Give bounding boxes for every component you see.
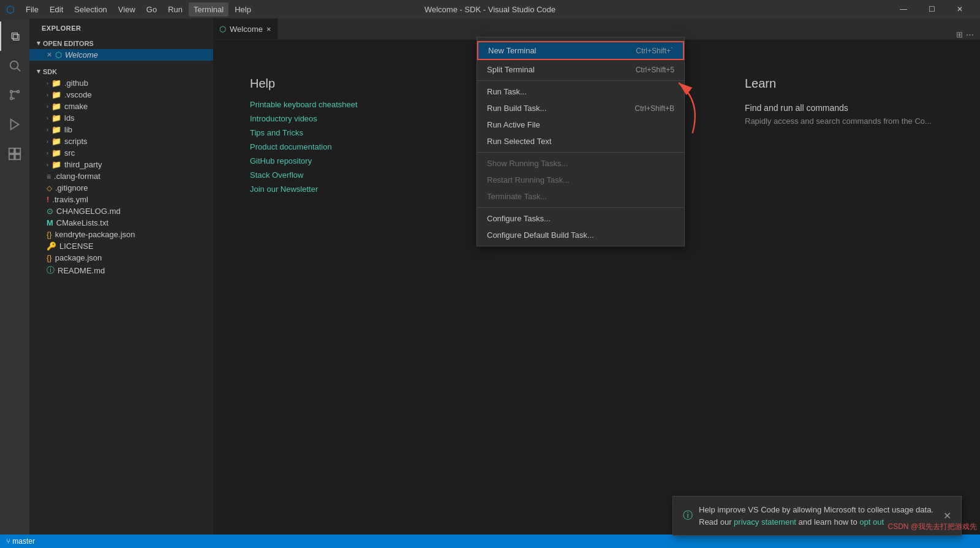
svg-point-3 [17, 91, 20, 93]
maximize-button[interactable]: ☐ [918, 0, 946, 18]
menu-run-task[interactable]: Run Task... [477, 83, 684, 100]
chevron-icon: › [47, 115, 48, 121]
watermark: CSDN @我先去打把游戏先 [888, 522, 977, 532]
menu-go[interactable]: Go [141, 2, 162, 17]
tree-item-vscode[interactable]: › 📁 .vscode [29, 89, 213, 101]
debug-activity-icon[interactable] [0, 110, 29, 139]
sdk-folder-title[interactable]: ▾ SDK [29, 66, 213, 77]
menu-configure-default-build[interactable]: Configure Default Build Task... [477, 227, 684, 243]
tree-item-changelog[interactable]: ⊙ CHANGELOG.md [29, 205, 213, 217]
chevron-icon: › [47, 92, 48, 98]
tree-item-license[interactable]: 🔑 LICENSE [29, 240, 213, 252]
menu-item-label: Configure Tasks... [487, 214, 551, 223]
notification-icon: ⓘ [683, 509, 693, 522]
tree-item-kendryte-package[interactable]: {} kendryte-package.json [29, 229, 213, 240]
svg-rect-6 [9, 148, 14, 153]
status-bar-branch[interactable]: ⑂ master [6, 537, 35, 546]
help-link-docs[interactable]: Product documentation [250, 142, 448, 151]
folder-label: scripts [64, 137, 88, 146]
extensions-activity-icon[interactable] [0, 139, 29, 169]
tab-label: Welcome [230, 25, 263, 34]
menu-new-terminal[interactable]: New Terminal Ctrl+Shift+` [477, 41, 684, 60]
menu-show-running-tasks: Show Running Tasks... [477, 155, 684, 172]
folder-icon: 📁 [51, 125, 61, 134]
tree-item-lib[interactable]: › 📁 lib [29, 124, 213, 135]
svg-rect-8 [9, 154, 14, 159]
menu-view[interactable]: View [113, 2, 140, 17]
svg-line-1 [17, 68, 20, 71]
help-link-videos[interactable]: Introductory videos [250, 114, 448, 123]
menu-file[interactable]: File [21, 2, 43, 17]
menu-selection[interactable]: Selection [69, 2, 111, 17]
tree-item-lds[interactable]: › 📁 lds [29, 112, 213, 124]
menu-edit[interactable]: Edit [45, 2, 68, 17]
help-link-newsletter[interactable]: Join our Newsletter [250, 185, 448, 194]
folder-label: .github [64, 78, 88, 88]
file-label: package.json [55, 253, 102, 262]
chevron-icon: › [47, 127, 48, 133]
tree-item-cmakelists[interactable]: M CMakeLists.txt [29, 217, 213, 229]
notification-close-button[interactable]: ✕ [943, 510, 951, 522]
folder-label: cmake [64, 102, 88, 111]
window-title: Welcome - SDK - Visual Studio Code [424, 5, 556, 14]
tab-close-icon[interactable]: × [266, 25, 271, 34]
file-label: LICENSE [59, 242, 94, 251]
tree-item-clang-format[interactable]: ≡ .clang-format [29, 170, 213, 182]
tab-welcome[interactable]: ⬡ Welcome × [213, 18, 278, 39]
menu-configure-tasks[interactable]: Configure Tasks... [477, 210, 684, 227]
search-activity-icon[interactable] [0, 51, 29, 80]
folder-icon: 📁 [51, 90, 61, 99]
minimize-button[interactable]: — [889, 0, 918, 18]
gitignore-icon: ◇ [47, 184, 52, 192]
tree-item-gitignore[interactable]: ◇ .gitignore [29, 182, 213, 194]
source-control-activity-icon[interactable] [0, 80, 29, 110]
clang-format-icon: ≡ [47, 172, 51, 181]
open-editors-title[interactable]: ▾ OPEN EDITORS [29, 37, 213, 49]
menu-split-terminal[interactable]: Split Terminal Ctrl+Shift+5 [477, 61, 684, 78]
more-actions-icon[interactable]: ⋯ [966, 30, 974, 39]
tree-item-readme[interactable]: ⓘ README.md [29, 264, 213, 277]
menu-item-label: Restart Running Task... [487, 175, 570, 185]
editor-area: ⬡ Welcome × ⊞ ⋯ Help Printable keyboard … [213, 18, 980, 548]
help-link-github[interactable]: GitHub repository [250, 156, 448, 166]
split-editor-icon[interactable]: ⊞ [956, 30, 963, 39]
help-link-stackoverflow[interactable]: Stack Overflow [250, 170, 448, 180]
close-button[interactable]: ✕ [946, 0, 974, 18]
menu-divider-3 [477, 207, 684, 208]
help-link-keyboard[interactable]: Printable keyboard cheatsheet [250, 100, 448, 109]
menu-run[interactable]: Run [163, 2, 187, 17]
folder-icon: 📁 [51, 137, 61, 146]
tree-item-package-json[interactable]: {} package.json [29, 252, 213, 264]
license-icon: 🔑 [47, 242, 56, 251]
folder-icon: 📁 [51, 148, 61, 158]
menu-run-selected-text[interactable]: Run Selected Text [477, 133, 684, 150]
window-controls: — ☐ ✕ [889, 0, 974, 18]
menu-help[interactable]: Help [230, 2, 256, 17]
open-editors-section: ▾ OPEN EDITORS ✕ ⬡ Welcome [29, 35, 213, 63]
tree-item-travis[interactable]: ! .travis.yml [29, 194, 213, 205]
tree-item-scripts[interactable]: › 📁 scripts [29, 135, 213, 147]
menu-terminate-task: Terminate Task... [477, 188, 684, 205]
privacy-statement-link[interactable]: privacy statement [734, 517, 796, 527]
menu-restart-running-task: Restart Running Task... [477, 172, 684, 188]
menu-item-shortcut: Ctrl+Shift+B [635, 104, 674, 113]
tree-item-third-party[interactable]: › 📁 third_party [29, 159, 213, 170]
package-json-icon: {} [47, 253, 52, 262]
opt-out-link[interactable]: opt out [859, 517, 884, 527]
tree-item-cmake[interactable]: › 📁 cmake [29, 101, 213, 112]
file-label: CHANGELOG.md [56, 207, 121, 216]
tree-item-src[interactable]: › 📁 src [29, 147, 213, 159]
folder-label: .vscode [64, 90, 92, 99]
menu-run-build-task[interactable]: Run Build Task... Ctrl+Shift+B [477, 100, 684, 116]
folder-icon: 📁 [51, 160, 61, 169]
explorer-activity-icon[interactable]: ⧉ [0, 21, 29, 51]
menu-item-label: Show Running Tasks... [487, 159, 568, 168]
menu-run-active-file[interactable]: Run Active File [477, 116, 684, 133]
open-file-welcome[interactable]: ✕ ⬡ Welcome [29, 49, 213, 61]
close-file-icon[interactable]: ✕ [47, 51, 52, 59]
file-label: README.md [58, 266, 105, 275]
chevron-icon: › [47, 104, 48, 110]
tree-item-github[interactable]: › 📁 .github [29, 77, 213, 89]
menu-terminal[interactable]: Terminal [189, 2, 228, 17]
help-link-tips[interactable]: Tips and Tricks [250, 128, 448, 137]
